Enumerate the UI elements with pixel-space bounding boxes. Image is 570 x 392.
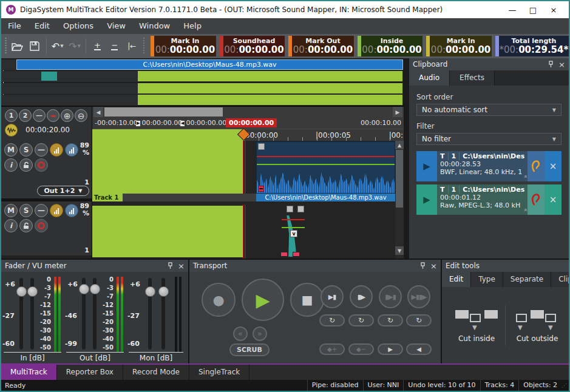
tab-effects[interactable]: Effects <box>450 70 495 86</box>
collapse-button[interactable]: — <box>33 109 46 122</box>
ruler-green-region[interactable] <box>92 129 244 141</box>
tab-record-mode[interactable]: Record Mode <box>123 365 189 380</box>
tab-separate[interactable]: Separate <box>503 272 551 287</box>
close-panel-icon[interactable]: × <box>430 262 437 270</box>
play-button[interactable]: ▶ <box>242 279 284 321</box>
rewind-button[interactable]: « <box>233 326 248 341</box>
track2-meter-post-button[interactable] <box>65 204 78 217</box>
stop-button[interactable]: ■ <box>290 283 324 317</box>
scroll-right-button[interactable]: ▶ <box>393 107 402 117</box>
track1-name[interactable]: Track 1 <box>92 194 123 201</box>
zoom-fit-icon[interactable]: ◄► <box>47 109 59 122</box>
play-around-button[interactable]: ▶▮▮▶ <box>407 285 430 308</box>
track1-output-select[interactable]: Out 1+2▼ <box>37 186 89 196</box>
chevron-up-icon[interactable]: » <box>524 208 526 214</box>
mark-in-flag-icon[interactable]: ▶ <box>136 121 140 126</box>
scroll-left-button[interactable]: ◀ <box>93 107 103 117</box>
fader-knob[interactable] <box>16 286 27 297</box>
track2-lane[interactable]: v <box>92 204 395 259</box>
timeline-scrollbar-thumb[interactable] <box>104 107 223 117</box>
overview-clip-bar[interactable]: C:\Users\nin\Desktop\Maus-48.mp3.wav <box>16 59 403 70</box>
zoom-in-button[interactable]: + <box>89 37 106 55</box>
track2-minimize-button[interactable]: — <box>35 204 48 217</box>
close-panel-icon[interactable]: × <box>178 262 185 270</box>
menu-options[interactable]: Options <box>56 18 100 34</box>
track2-mute-button[interactable]: M <box>4 204 18 217</box>
toolbar-grip[interactable] <box>5 38 7 55</box>
track1-meter-post-button[interactable] <box>65 143 78 157</box>
tab-clip-insert[interactable]: Clip & In <box>551 272 569 287</box>
item-listen-button[interactable] <box>528 151 545 181</box>
play-from-mark-button[interactable]: ▮▶ <box>350 285 373 308</box>
zoom-out-button[interactable]: − <box>106 37 123 55</box>
track2-green-clip[interactable] <box>92 206 243 257</box>
track1-minimize-button[interactable]: — <box>35 143 48 157</box>
pin-icon[interactable] <box>420 262 426 269</box>
zoom-preset-1-button[interactable]: 1 <box>5 109 18 122</box>
clip-red-line[interactable] <box>257 156 395 157</box>
clip-pink-marker[interactable] <box>293 252 300 257</box>
track2-record-arm-button[interactable] <box>35 219 48 232</box>
scrollbar-thumb[interactable] <box>396 150 403 208</box>
menu-edit[interactable]: Edit <box>28 18 56 34</box>
loop-button-2[interactable]: ↻ <box>348 314 374 326</box>
tab-singletrack[interactable]: SingleTrack <box>189 365 249 380</box>
loop-button-3[interactable]: ↻ <box>378 314 403 326</box>
scroll-down-button[interactable]: ▼ <box>395 246 404 255</box>
overview-clip-green-1[interactable] <box>138 71 402 81</box>
track1-lane[interactable] <box>92 141 395 194</box>
menu-window[interactable]: Window <box>132 18 177 34</box>
play-between-marks-button[interactable]: ▮▶▮ <box>379 285 402 308</box>
resize-grip[interactable]: ⋰ <box>562 382 568 388</box>
clip-marker-badge[interactable] <box>258 186 264 192</box>
cut-outside-tool[interactable]: ▼ ▼ Cut outside <box>510 308 565 362</box>
tab-audio[interactable]: Audio <box>409 70 450 86</box>
close-button[interactable]: × <box>543 5 564 15</box>
clip-pink-marker[interactable] <box>280 252 288 257</box>
overview-clip-teal[interactable] <box>41 72 57 81</box>
panel-splitter[interactable] <box>404 58 409 259</box>
overview-clip-green-3[interactable] <box>138 95 402 105</box>
tracks-vertical-scrollbar[interactable]: ▲ ▼ <box>395 141 404 259</box>
track1-green-clip[interactable] <box>92 141 243 194</box>
menu-help[interactable]: Help <box>177 18 208 34</box>
scrub-button[interactable]: SCRUB <box>229 343 270 356</box>
mark-out-flag-icon[interactable]: ◀ <box>180 121 185 126</box>
cut-inside-tool[interactable]: ▼ Cut inside <box>449 308 504 362</box>
tab-multitrack[interactable]: MultiTrack <box>1 365 57 380</box>
clipboard-item-2[interactable]: ▶ T 1 C:\Users\nin\Desktop\ 00:00:01.12 … <box>416 184 562 215</box>
redo-button[interactable]: ↷▼ <box>66 37 83 55</box>
track2-solo-button[interactable]: S <box>19 204 33 217</box>
clip-handle[interactable] <box>258 143 265 150</box>
track2-meter-pre-button[interactable] <box>50 204 63 217</box>
tab-type[interactable]: Type <box>471 272 503 287</box>
toolbar-grip[interactable] <box>143 38 145 55</box>
tab-reporter-box[interactable]: Reporter Box <box>57 365 123 380</box>
clipboard-item-1[interactable]: ▶ T 1 C:\Users\nin\Desktop\ 00:00:28.53 … <box>416 151 562 181</box>
track1-mute-button[interactable]: M <box>4 143 18 157</box>
pin-icon[interactable] <box>168 262 173 269</box>
track1-lock-button[interactable] <box>19 158 33 172</box>
clip-handle[interactable] <box>287 206 293 212</box>
item-listen-button[interactable] <box>528 184 545 215</box>
clip-green-line[interactable] <box>282 227 305 228</box>
loop-button-4[interactable]: ↻ <box>406 314 432 326</box>
tab-edit[interactable]: Edit <box>442 272 471 287</box>
clip-red-line[interactable] <box>282 219 305 220</box>
record-button[interactable]: ● <box>202 283 236 317</box>
track1-info-button[interactable]: i <box>4 158 18 172</box>
fader-knob[interactable] <box>158 286 169 297</box>
prev-marker-button[interactable]: ◀ <box>406 343 432 355</box>
menu-view[interactable]: View <box>100 18 132 34</box>
clip-handle[interactable] <box>297 206 304 212</box>
track1-audio-clip[interactable] <box>256 141 395 194</box>
chevron-up-icon[interactable]: » <box>524 174 526 181</box>
track1-solo-button[interactable]: S <box>19 143 33 157</box>
remove-marker-button[interactable]: ◆− <box>348 343 374 355</box>
play-to-mark-button[interactable]: ▶▮ <box>321 285 344 308</box>
clip-green-line[interactable] <box>257 164 395 165</box>
track1-meter-pre-button[interactable] <box>50 143 63 157</box>
scroll-up-button[interactable]: ▲ <box>395 141 404 149</box>
item-play-button[interactable]: ▶ <box>416 151 437 181</box>
next-marker-button[interactable]: ▶ <box>378 343 403 355</box>
